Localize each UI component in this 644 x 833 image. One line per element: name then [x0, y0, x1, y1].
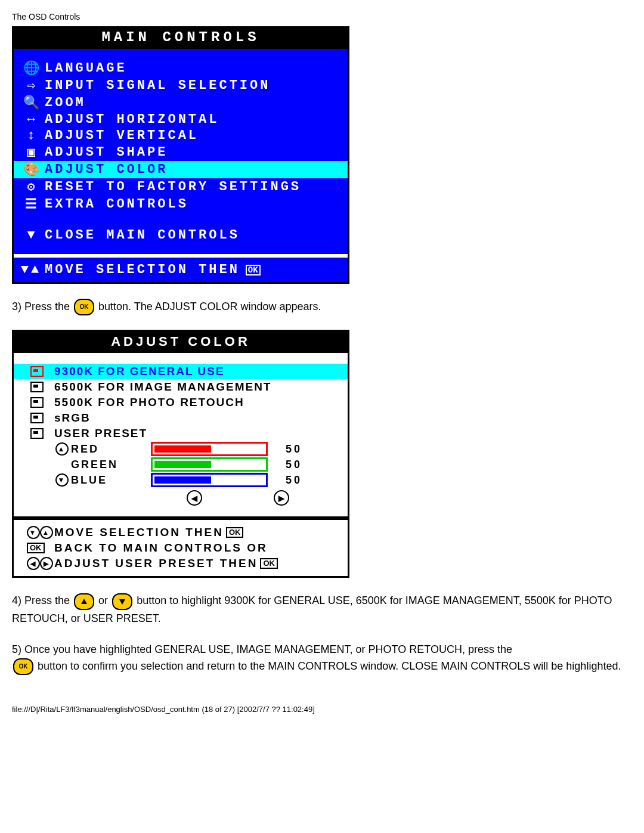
menu-item-label: RESET TO FACTORY SETTINGS	[45, 179, 301, 194]
menu-item-label: LANGUAGE	[45, 61, 127, 76]
preset-dir-icon: ▲	[55, 442, 69, 456]
menu-item-label: EXTRA CONTROLS	[45, 197, 188, 212]
left-right-row: ◀ ▶	[14, 488, 348, 509]
menu-item-icon: ⚙	[20, 179, 45, 195]
menu-item[interactable]: 🎨ADJUST COLOR	[14, 161, 348, 178]
menu-item[interactable]: ↔ADJUST HORIZONTAL	[14, 112, 348, 128]
menu-item-label: ADJUST COLOR	[45, 162, 168, 177]
menu-item-label: ADJUST HORIZONTAL	[45, 112, 219, 127]
step-5: 5) Once you have highlighted GENERAL USE…	[12, 641, 632, 675]
menu-item[interactable]: ▣ADJUST SHAPE	[14, 144, 348, 161]
move-selection-icon: ▼▲	[17, 262, 45, 277]
page-header: The OSD Controls	[12, 12, 632, 21]
menu-item-icon: ↔	[20, 112, 45, 127]
footer-icon: ◀▶	[27, 557, 54, 570]
ok-icon: OK	[226, 527, 244, 538]
slider-bar[interactable]	[151, 473, 268, 487]
close-label: CLOSE MAIN CONTROLS	[45, 228, 240, 243]
right-icon[interactable]: ▶	[274, 490, 289, 506]
close-icon: ▼	[20, 228, 45, 243]
menu-item[interactable]: ⚙RESET TO FACTORY SETTINGS	[14, 178, 348, 196]
footer-row: ▼▲MOVE SELECTION THENOK	[27, 525, 348, 540]
preset-value: 50	[278, 443, 302, 456]
step-4: 4) Press the or button to highlight 9300…	[12, 592, 632, 626]
menu-item-icon: 🌐	[20, 60, 45, 76]
step4-prefix: 4) Press the	[12, 594, 70, 606]
main-controls-footer: ▼▲ MOVE SELECTION THEN OK	[14, 254, 348, 282]
up-button-icon	[74, 593, 94, 610]
adjust-color-panel: ADJUST COLOR 9300K FOR GENERAL USE6500K …	[12, 330, 349, 578]
close-main-controls[interactable]: ▼ CLOSE MAIN CONTROLS	[14, 227, 348, 243]
color-option[interactable]: 5500K FOR PHOTO RETOUCH	[14, 395, 348, 410]
preset-label: ▲RED	[55, 442, 151, 456]
ok-icon: OK	[260, 558, 278, 569]
main-controls-title: MAIN CONTROLS	[14, 28, 348, 49]
menu-item-label: ADJUST VERTICAL	[45, 128, 199, 143]
footer-text: MOVE SELECTION THEN	[54, 526, 224, 539]
preset-value: 50	[278, 474, 302, 487]
color-option[interactable]: 6500K FOR IMAGE MANAGEMENT	[14, 379, 348, 395]
menu-item-icon: ☰	[20, 196, 45, 212]
color-option[interactable]: USER PRESET	[14, 426, 348, 441]
footer-text: BACK TO MAIN CONTROLS OR	[54, 541, 268, 555]
menu-item-label: INPUT SIGNAL SELECTION	[45, 78, 270, 93]
main-controls-panel: MAIN CONTROLS 🌐LANGUAGE⇨INPUT SIGNAL SEL…	[12, 26, 349, 284]
preset-dir-icon: ▼	[55, 473, 69, 487]
adjust-color-footer: ▼▲MOVE SELECTION THENOKOKBACK TO MAIN CO…	[14, 516, 348, 576]
menu-item-label: ZOOM	[45, 95, 86, 110]
svg-marker-1	[119, 599, 125, 605]
menu-item-icon: ⇨	[20, 78, 45, 94]
footer-row: OKBACK TO MAIN CONTROLS OR	[27, 540, 348, 556]
step4-or: or	[98, 594, 108, 606]
down-button-icon	[112, 593, 132, 610]
ok-button-icon: OK	[74, 299, 94, 315]
color-option-label: 6500K FOR IMAGE MANAGEMENT	[54, 380, 271, 394]
checkbox-icon	[30, 428, 44, 439]
left-icon[interactable]: ◀	[187, 490, 202, 506]
preset-label: ▼BLUE	[55, 473, 151, 487]
menu-item-label: ADJUST SHAPE	[45, 145, 168, 160]
menu-item[interactable]: ⇨INPUT SIGNAL SELECTION	[14, 77, 348, 94]
page-footer: file:///D|/Rita/LF3/lf3manual/english/OS…	[12, 705, 632, 714]
step-3: 3) Press the OK button. The ADJUST COLOR…	[12, 298, 632, 315]
menu-item[interactable]: ☰EXTRA CONTROLS	[14, 196, 348, 213]
menu-item-icon: ↕	[20, 128, 45, 143]
menu-item-icon: 🔍	[20, 95, 45, 111]
checkbox-icon	[30, 382, 44, 392]
checkbox-icon	[30, 397, 44, 408]
color-option-label: 5500K FOR PHOTO RETOUCH	[54, 396, 244, 409]
preset-label: GREEN	[55, 459, 151, 471]
checkbox-icon	[30, 366, 44, 377]
svg-marker-0	[81, 599, 87, 604]
checkbox-icon	[30, 413, 44, 423]
preset-value: 50	[278, 459, 302, 471]
color-option-label: USER PRESET	[54, 427, 147, 440]
slider-bar[interactable]	[151, 457, 268, 472]
footer-icon: OK	[27, 543, 54, 553]
ok-button-icon-2: OK	[13, 658, 33, 675]
menu-item-icon: 🎨	[20, 162, 45, 178]
preset-row[interactable]: ▼BLUE50	[14, 472, 348, 488]
step5-line2: button to confirm you selection and retu…	[38, 660, 621, 672]
move-selection-label: MOVE SELECTION THEN	[45, 262, 240, 277]
menu-item[interactable]: ↕ADJUST VERTICAL	[14, 128, 348, 144]
color-option[interactable]: 9300K FOR GENERAL USE	[14, 364, 348, 379]
slider-bar[interactable]	[151, 442, 268, 456]
footer-text: ADJUST USER PRESET THEN	[54, 557, 258, 570]
preset-row[interactable]: GREEN50	[14, 457, 348, 472]
color-option-label: sRGB	[54, 411, 91, 425]
menu-item[interactable]: 🌐LANGUAGE	[14, 60, 348, 77]
step3-prefix: 3) Press the	[12, 301, 70, 312]
step3-suffix: button. The ADJUST COLOR window appears.	[98, 301, 321, 312]
ok-icon: OK	[246, 265, 261, 275]
menu-item-icon: ▣	[20, 144, 45, 160]
adjust-color-title: ADJUST COLOR	[14, 332, 348, 353]
footer-icon: ▼▲	[27, 526, 54, 539]
step5-prefix: 5) Once you have highlighted GENERAL USE…	[12, 643, 512, 655]
footer-row: ◀▶ADJUST USER PRESET THENOK	[27, 556, 348, 571]
color-option[interactable]: sRGB	[14, 410, 348, 426]
preset-row[interactable]: ▲RED50	[14, 441, 348, 457]
menu-item[interactable]: 🔍ZOOM	[14, 94, 348, 112]
color-option-label: 9300K FOR GENERAL USE	[54, 365, 225, 378]
